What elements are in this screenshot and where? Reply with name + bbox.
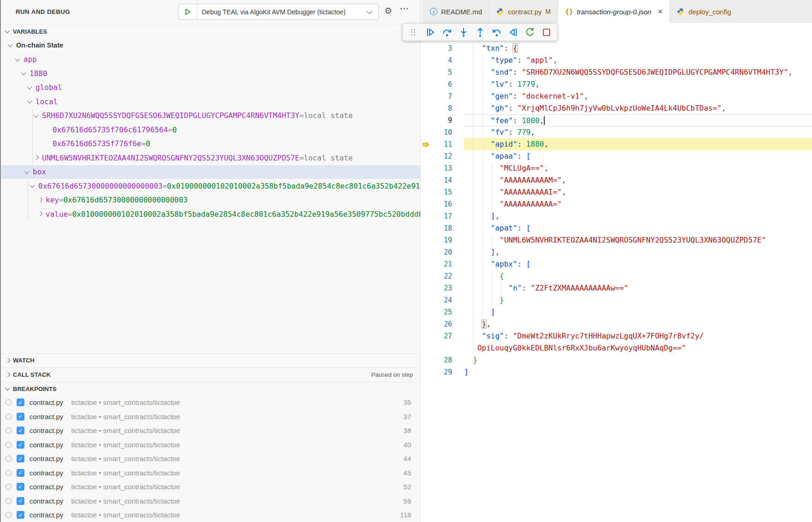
variables-section-label: VARIABLES — [13, 28, 47, 35]
chevron-right-icon[interactable] — [37, 197, 42, 202]
token-key: "apbx" — [491, 260, 518, 268]
token-key: "n" — [508, 284, 522, 292]
tab-contract-py[interactable]: contract.py M — [489, 0, 558, 23]
chevron-down-icon[interactable] — [24, 169, 29, 174]
breakpoint-checkbox[interactable]: ✓ — [17, 455, 24, 463]
json-editor[interactable]: 2 {3 "txn": {4 "type": "appl",5 "snd": "… — [421, 23, 812, 522]
breakpoint-row[interactable]: ✓contract.pytictactoe • smart_contracts/… — [1, 452, 420, 466]
token-b2: { — [500, 272, 504, 280]
chevron-down-icon[interactable] — [7, 42, 12, 47]
token-str: "Z2FtZXMAAAAAAAAAAw==" — [531, 284, 629, 292]
step-out-button[interactable] — [475, 27, 485, 37]
code-line: 18 "apat": [ — [421, 222, 812, 234]
variable-name: 1880 — [29, 69, 47, 78]
tab-deploy-config[interactable]: deploy_config — [670, 0, 812, 23]
token-p: : — [508, 80, 517, 89]
breakpoint-checkbox[interactable]: ✓ — [17, 483, 24, 491]
variables-tree-row[interactable]: value = 0x010000000102010002a358bf5bada9… — [1, 207, 420, 221]
variables-tree-row[interactable]: 0x67616d65735f706c61796564 = 0 — [1, 123, 420, 137]
restart-button[interactable] — [524, 27, 535, 37]
tab-label: README.md — [441, 8, 482, 16]
breakpoint-row[interactable]: ✓contract.pytictactoe • smart_contracts/… — [1, 466, 420, 480]
variables-tree-row[interactable]: local — [1, 95, 420, 109]
breakpoint-row[interactable]: ✓contract.pytictactoe • smart_contracts/… — [1, 438, 420, 452]
breakpoint-row[interactable]: ✓contract.pytictactoe • smart_contracts/… — [1, 494, 420, 508]
code-text: "AAAAAAAAAAA=" — [464, 198, 812, 210]
chevron-down-icon — [367, 8, 373, 14]
variables-tree-row[interactable]: 0x67616d65730000000000000003 = 0x0100000… — [1, 179, 420, 193]
breakpoint-checkbox[interactable]: ✓ — [17, 427, 24, 434]
breakpoint-row[interactable]: ✓contract.pytictactoe • smart_contracts/… — [1, 396, 420, 410]
current-line-pointer-icon — [422, 141, 430, 148]
breakpoint-detail: tictactoe • smart_contracts/tictactoe — [71, 427, 180, 434]
chevron-down-icon[interactable] — [21, 70, 26, 75]
call-stack-section-header[interactable]: CALL STACK Paused on step — [1, 368, 420, 382]
chevron-down-icon[interactable] — [33, 113, 38, 118]
chevron-right-icon[interactable] — [37, 211, 42, 216]
step-back-button[interactable] — [491, 27, 502, 37]
breakpoint-checkbox[interactable]: ✓ — [17, 398, 24, 406]
variables-tree-row[interactable]: global — [1, 81, 420, 95]
stop-button[interactable] — [541, 27, 552, 37]
breakpoint-checkbox[interactable]: ✓ — [17, 469, 24, 477]
chevron-down-icon[interactable] — [27, 98, 32, 103]
token-p: : — [504, 44, 513, 53]
code-line: 8 "gh": "XrjqMlCpJ6h9h7jyVw0bLvkpzUoWeIA… — [421, 102, 812, 114]
gear-icon[interactable]: ⚙ — [384, 6, 392, 16]
line-number-gutter: 26 — [421, 318, 464, 330]
editor-group: i README.md contract.py M {} transaction… — [421, 0, 812, 522]
token-str: "AAAAAAAAAAI=" — [500, 188, 562, 196]
breakpoint-checkbox[interactable]: ✓ — [17, 441, 24, 449]
chevron-down-icon[interactable] — [29, 183, 35, 188]
token-key: "txn" — [482, 44, 504, 53]
token-p: , — [562, 188, 566, 196]
variables-tree-row[interactable]: key = 0x67616d65730000000000000003 — [1, 193, 420, 208]
breakpoint-row[interactable]: ✓contract.pytictactoe • smart_contracts/… — [1, 480, 420, 494]
variables-tree-row[interactable]: box — [1, 165, 420, 179]
breakpoint-line-number: 52 — [403, 483, 411, 491]
drag-handle[interactable] — [408, 27, 419, 37]
breakpoint-detail: tictactoe • smart_contracts/tictactoe — [71, 497, 180, 505]
chevron-right-icon[interactable] — [34, 155, 39, 160]
chevron-down-icon[interactable] — [27, 84, 32, 89]
breakpoint-checkbox[interactable]: ✓ — [17, 511, 24, 519]
token-b1: ] — [464, 368, 469, 376]
step-over-button[interactable] — [441, 27, 452, 37]
variables-tree-row[interactable]: app — [1, 53, 420, 67]
breakpoints-section-header[interactable]: BREAKPOINTS — [1, 382, 420, 396]
tab-transaction-group-0-json[interactable]: {} transaction-group-0.json × — [558, 0, 670, 23]
variables-tree-row[interactable]: UNML6W5NVHRIKTEOZAA4NI2SWQROSGNFNY2QS523… — [1, 151, 420, 165]
breakpoint-row[interactable]: ✓contract.pytictactoe • smart_contracts/… — [1, 409, 420, 424]
breakpoint-file: contract.py — [29, 441, 63, 449]
close-icon[interactable]: × — [658, 7, 663, 16]
watch-section-header[interactable]: WATCH — [1, 353, 420, 368]
chevron-down-icon[interactable] — [15, 56, 20, 61]
text-cursor — [544, 116, 545, 125]
breakpoint-row[interactable]: ✓contract.pytictactoe • smart_contracts/… — [1, 508, 420, 522]
continue-button[interactable] — [425, 27, 435, 37]
token-num: 1779 — [518, 80, 535, 89]
token-p: , — [722, 104, 726, 113]
token-key: "apat" — [491, 224, 518, 232]
variables-tree-row[interactable]: 1880 — [1, 66, 420, 81]
breakpoint-checkbox[interactable]: ✓ — [17, 497, 24, 505]
token-num: 1000 — [522, 116, 540, 125]
tab-readme-md[interactable]: i README.md — [423, 0, 489, 23]
breakpoint-checkbox[interactable]: ✓ — [17, 413, 24, 421]
variables-tree-row[interactable]: SRH6D7XU2N6WQQ5SSYDQFG5ESO6JWEQIDPGLUGYC… — [1, 109, 420, 123]
token-p: : — [518, 260, 526, 268]
variables-tree-row[interactable]: 0x67616d65735f776f6e = 0 — [1, 137, 420, 151]
token-p: : — [513, 92, 522, 101]
code-line: 26 }, — [421, 318, 812, 330]
more-actions-icon[interactable]: ··· — [400, 4, 409, 13]
step-into-button[interactable] — [458, 27, 469, 37]
variables-section-header[interactable]: VARIABLES — [1, 24, 420, 38]
debug-config-dropdown[interactable]: Debug TEAL via AlgoKit AVM Debugger (tic… — [178, 4, 379, 20]
token-p: , — [562, 176, 566, 184]
breakpoint-row[interactable]: ✓contract.pytictactoe • smart_contracts/… — [1, 424, 420, 438]
variables-tree-row[interactable]: On-chain State — [1, 38, 420, 53]
reverse-continue-button[interactable] — [508, 27, 518, 37]
variable-name: 0x67616d65735f706c61796564 — [53, 125, 168, 134]
start-debug-button[interactable] — [178, 4, 197, 19]
stop-icon — [541, 27, 552, 37]
